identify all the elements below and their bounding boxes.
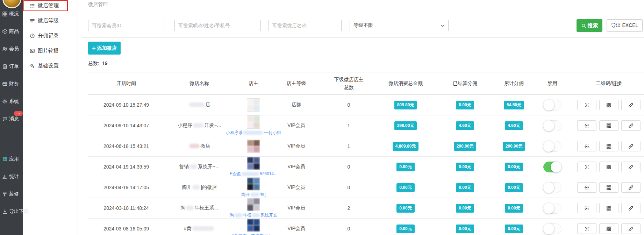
search-button[interactable]: 搜索 <box>577 19 602 32</box>
mini-program-code-button[interactable] <box>577 141 596 151</box>
sidebar-item-apps[interactable]: 应用 <box>0 150 23 168</box>
members-icon <box>2 46 8 52</box>
menu-item-commission-records[interactable]: 分佣记录 <box>23 28 78 43</box>
censored-blur <box>250 193 259 197</box>
disable-toggle[interactable] <box>543 203 561 214</box>
cell-shop-name: 营销系统开~... <box>164 164 234 170</box>
amount-badge: 0.00元 <box>396 225 414 233</box>
sidebar-item-export-download[interactable]: 导出下载 <box>0 203 23 220</box>
export-excel-button[interactable]: 导出 EXCEL <box>607 19 643 32</box>
member-id-input[interactable] <box>88 20 165 31</box>
mini-program-code-button[interactable] <box>577 120 596 131</box>
cell-total-consume: 4,809.80元 <box>378 142 434 151</box>
link-icon <box>628 143 634 149</box>
qrcode-button[interactable] <box>599 141 618 151</box>
censored-blur <box>242 172 259 176</box>
link-button[interactable] <box>621 162 641 172</box>
sidebar-item-decorate[interactable]: 装修 <box>0 185 23 203</box>
total-label: 总数: <box>88 60 99 66</box>
mini-program-code-icon <box>584 143 590 149</box>
amount-badge: 0.00元 <box>456 163 474 171</box>
mini-program-code-icon <box>584 164 590 170</box>
qrcode-icon <box>606 185 612 191</box>
owner-link[interactable]: 陶牛模系统开发 <box>230 212 277 218</box>
mini-program-code-button[interactable] <box>577 223 596 234</box>
cell-owner-level: VIP会员 <box>273 164 320 170</box>
disable-toggle[interactable] <box>543 162 561 172</box>
column-header: 下级微店店主 总数 <box>320 76 378 91</box>
qrcode-icon <box>606 226 612 232</box>
link-button[interactable] <box>621 120 641 131</box>
menu-item-basic-settings[interactable]: 基础设置 <box>23 58 78 73</box>
disable-toggle[interactable] <box>543 223 561 234</box>
owner-avatar <box>247 115 260 129</box>
table-row: 2024-04-19 14:39:59营销系统开~...E企盈526014...… <box>88 157 644 177</box>
sidebar-item-orders[interactable]: 订单 <box>0 58 23 75</box>
sidebar-item-overview[interactable]: 概况 <box>0 5 23 23</box>
qrcode-button[interactable] <box>599 162 618 172</box>
add-shop-button[interactable]: + 添加微店 <box>88 42 121 55</box>
table-row: 2024-09-10 15:27:49店店群0809.80元0.00元54.50… <box>88 95 644 115</box>
owner-link[interactable]: 小程序系~~何小姐 <box>226 130 281 136</box>
disable-toggle[interactable] <box>543 120 561 131</box>
cell-accumulated: 4.60元 <box>496 121 531 130</box>
nickname-input[interactable] <box>174 20 261 31</box>
cell-qrcode-link <box>573 223 644 234</box>
cell-settled: 0.00元 <box>434 225 496 233</box>
sidebar-item-system[interactable]: 系统 <box>0 93 23 110</box>
shop-name-input[interactable] <box>269 20 342 31</box>
shop-levels-icon <box>30 18 35 23</box>
cell-open-time: 2024-06-18 15:43:21 <box>88 143 164 149</box>
sidebar-item-members[interactable]: 会员 <box>0 40 23 58</box>
qrcode-button[interactable] <box>599 223 618 234</box>
disable-toggle[interactable] <box>543 141 561 152</box>
mini-program-code-button[interactable] <box>577 203 596 213</box>
cell-qrcode-link <box>573 141 644 151</box>
owner-link[interactable]: #黄锡周～腾信集团小... <box>232 233 276 235</box>
plus-icon: + <box>92 45 96 51</box>
sidebar-item-messages[interactable]: 消息... <box>0 110 23 128</box>
menu-item-image-carousel[interactable]: 图片轮播 <box>23 43 78 58</box>
link-button[interactable] <box>621 203 641 213</box>
cell-disabled <box>531 182 573 193</box>
owner-link[interactable]: 陶开福] <box>241 192 265 198</box>
cell-owner-level: VIP会员 <box>273 205 320 211</box>
owner-avatar <box>247 198 260 211</box>
toggle-knob <box>551 162 561 172</box>
sidebar-item-finance[interactable]: 财务 <box>0 75 23 93</box>
column-header: 二维码/链接 <box>573 79 644 87</box>
qrcode-button[interactable] <box>599 182 618 193</box>
menu-item-shop-management[interactable]: 微店管理 <box>23 0 78 13</box>
link-button[interactable] <box>621 182 641 193</box>
menu-item-shop-levels[interactable]: 微店等级 <box>23 13 78 28</box>
link-button[interactable] <box>621 223 641 234</box>
level-select[interactable]: 等级不限 <box>350 20 449 31</box>
disable-toggle[interactable] <box>543 100 561 111</box>
column-header: 开店时间 <box>88 79 164 87</box>
column-header: 已结算分佣 <box>434 79 496 87</box>
sidebar-item-goods[interactable]: 商品 <box>0 23 23 40</box>
censored-blur <box>192 185 200 190</box>
mini-program-code-button[interactable] <box>577 162 596 172</box>
mini-program-code-button[interactable] <box>577 100 596 110</box>
primary-nav-bottom: 应用统计装修导出下载 <box>0 150 23 220</box>
qrcode-button[interactable] <box>599 203 618 213</box>
amount-badge: 0.00元 <box>456 225 474 233</box>
toggle-knob <box>543 120 554 131</box>
mini-program-code-button[interactable] <box>577 182 596 193</box>
link-icon <box>628 102 634 108</box>
amount-badge: 4,809.80元 <box>393 142 419 151</box>
basic-settings-icon <box>30 63 35 69</box>
owner-link[interactable]: E企盈526014... <box>230 171 277 177</box>
link-button[interactable] <box>621 141 641 151</box>
disable-toggle[interactable] <box>543 182 561 193</box>
column-header: 微店消费总金额 <box>378 79 434 87</box>
table-row: 2024-06-18 15:43:21微店VIP会员14,809.80元200.… <box>88 136 644 157</box>
link-button[interactable] <box>621 100 641 110</box>
secondary-sidebar: 微店管理微店等级分佣记录图片轮播基础设置 <box>23 0 78 235</box>
qrcode-icon <box>606 102 612 108</box>
sidebar-item-stats[interactable]: 统计 <box>0 168 23 185</box>
cell-shop-name: 店 <box>164 102 234 108</box>
qrcode-button[interactable] <box>599 120 618 131</box>
qrcode-button[interactable] <box>599 100 618 110</box>
